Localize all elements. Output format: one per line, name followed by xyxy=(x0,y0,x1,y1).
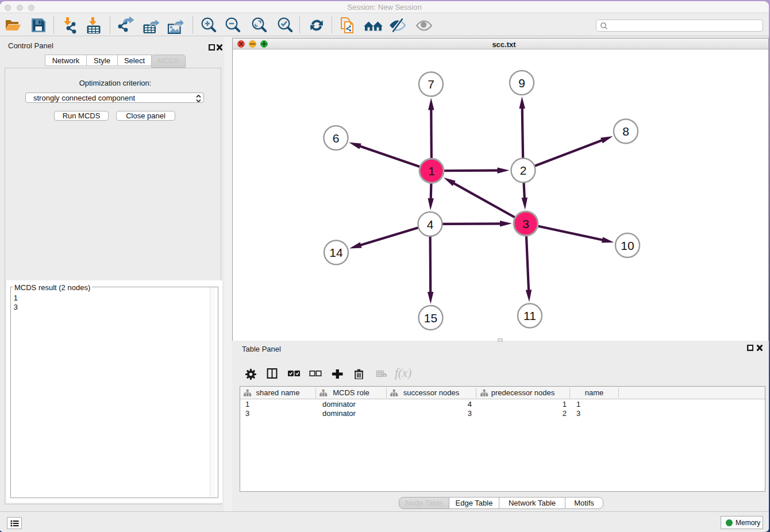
svg-text:3: 3 xyxy=(522,217,529,230)
svg-text:2: 2 xyxy=(520,164,527,177)
svg-text:11: 11 xyxy=(523,309,536,322)
svg-text:4: 4 xyxy=(427,218,434,231)
svg-text:8: 8 xyxy=(622,125,629,138)
svg-text:15: 15 xyxy=(424,311,437,325)
svg-text:9: 9 xyxy=(518,76,525,90)
svg-text:6: 6 xyxy=(333,132,340,145)
svg-text:10: 10 xyxy=(621,239,634,252)
svg-text:1: 1 xyxy=(428,164,435,178)
svg-text:7: 7 xyxy=(428,78,434,91)
svg-text:14: 14 xyxy=(329,246,343,259)
